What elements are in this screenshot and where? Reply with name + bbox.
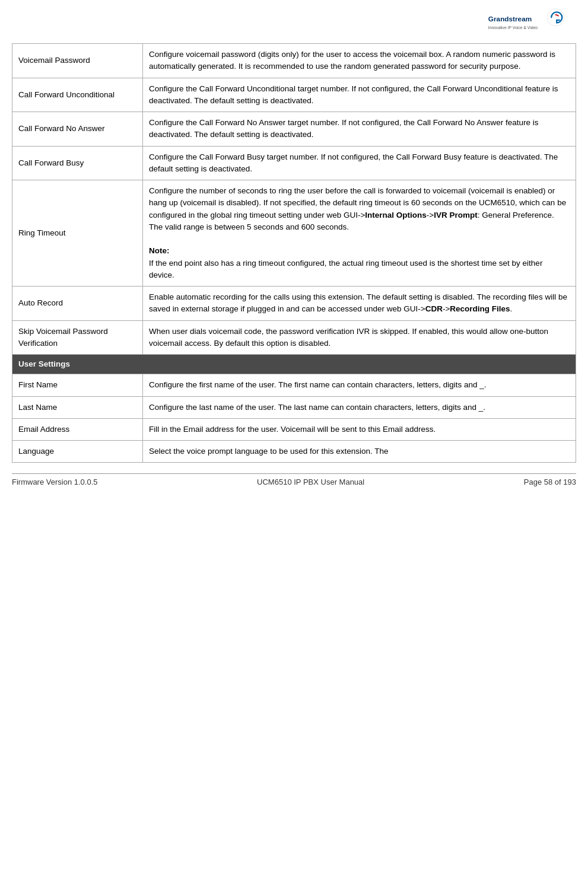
- table-row: Voicemail Password Configure voicemail p…: [12, 44, 576, 78]
- row-desc-call-forward-no-answer: Configure the Call Forward No Answer tar…: [143, 112, 576, 147]
- table-row: Skip Voicemail Password Verification Whe…: [12, 320, 576, 355]
- grandstream-logo: Grandstream Innovative IP Voice & Video: [484, 8, 573, 37]
- svg-text:Grandstream: Grandstream: [488, 14, 532, 23]
- row-desc-voicemail-password: Configure voicemail password (digits onl…: [143, 44, 576, 78]
- row-desc-last-name: Configure the last name of the user. The…: [143, 396, 576, 418]
- page-header: Grandstream Innovative IP Voice & Video: [12, 6, 576, 39]
- table-row: Ring Timeout Configure the number of sec…: [12, 180, 576, 287]
- row-label-call-forward-unconditional: Call Forward Unconditional: [12, 78, 143, 112]
- table-row: Email Address Fill in the Email address …: [12, 418, 576, 440]
- row-label-ring-timeout: Ring Timeout: [12, 180, 143, 287]
- table-row: First Name Configure the first name of t…: [12, 374, 576, 396]
- row-desc-call-forward-unconditional: Configure the Call Forward Unconditional…: [143, 78, 576, 112]
- row-label-first-name: First Name: [12, 374, 143, 396]
- row-label-language: Language: [12, 441, 143, 463]
- logo-area: Grandstream Innovative IP Voice & Video: [481, 6, 576, 39]
- table-row: Call Forward Unconditional Configure the…: [12, 78, 576, 112]
- bold-cdr: CDR: [425, 304, 443, 313]
- footer-page: Page 58 of 193: [524, 478, 576, 486]
- row-desc-skip-voicemail: When user dials voicemail code, the pass…: [143, 320, 576, 355]
- svg-text:Innovative IP Voice & Video: Innovative IP Voice & Video: [488, 26, 538, 30]
- main-table: Voicemail Password Configure voicemail p…: [12, 43, 576, 463]
- row-label-skip-voicemail: Skip Voicemail Password Verification: [12, 320, 143, 355]
- footer-firmware: Firmware Version 1.0.0.5: [12, 478, 98, 486]
- row-label-voicemail-password: Voicemail Password: [12, 44, 143, 78]
- row-desc-first-name: Configure the first name of the user. Th…: [143, 374, 576, 396]
- page: Grandstream Innovative IP Voice & Video …: [0, 0, 588, 872]
- section-header-label: User Settings: [12, 355, 576, 374]
- table-row: Language Select the voice prompt languag…: [12, 441, 576, 463]
- table-row: Auto Record Enable automatic recording f…: [12, 287, 576, 321]
- row-desc-ring-timeout: Configure the number of seconds to ring …: [143, 180, 576, 287]
- bold-recording-files: Recording Files: [450, 304, 510, 313]
- bold-internal-options: Internal Options: [365, 211, 427, 219]
- row-desc-email-address: Fill in the Email address for the user. …: [143, 418, 576, 440]
- table-row: Last Name Configure the last name of the…: [12, 396, 576, 418]
- row-label-auto-record: Auto Record: [12, 287, 143, 321]
- row-label-call-forward-no-answer: Call Forward No Answer: [12, 112, 143, 147]
- row-desc-language: Select the voice prompt language to be u…: [143, 441, 576, 463]
- section-header-user-settings: User Settings: [12, 355, 576, 374]
- footer-manual: UCM6510 IP PBX User Manual: [257, 478, 364, 486]
- page-footer: Firmware Version 1.0.0.5 UCM6510 IP PBX …: [12, 473, 576, 486]
- bold-ivr-prompt: IVR Prompt: [434, 211, 478, 219]
- row-desc-call-forward-busy: Configure the Call Forward Busy target n…: [143, 146, 576, 180]
- table-row: Call Forward Busy Configure the Call For…: [12, 146, 576, 180]
- row-desc-auto-record: Enable automatic recording for the calls…: [143, 287, 576, 321]
- row-label-email-address: Email Address: [12, 418, 143, 440]
- note-label: Note:: [149, 246, 170, 255]
- row-label-last-name: Last Name: [12, 396, 143, 418]
- table-row: Call Forward No Answer Configure the Cal…: [12, 112, 576, 147]
- row-label-call-forward-busy: Call Forward Busy: [12, 146, 143, 180]
